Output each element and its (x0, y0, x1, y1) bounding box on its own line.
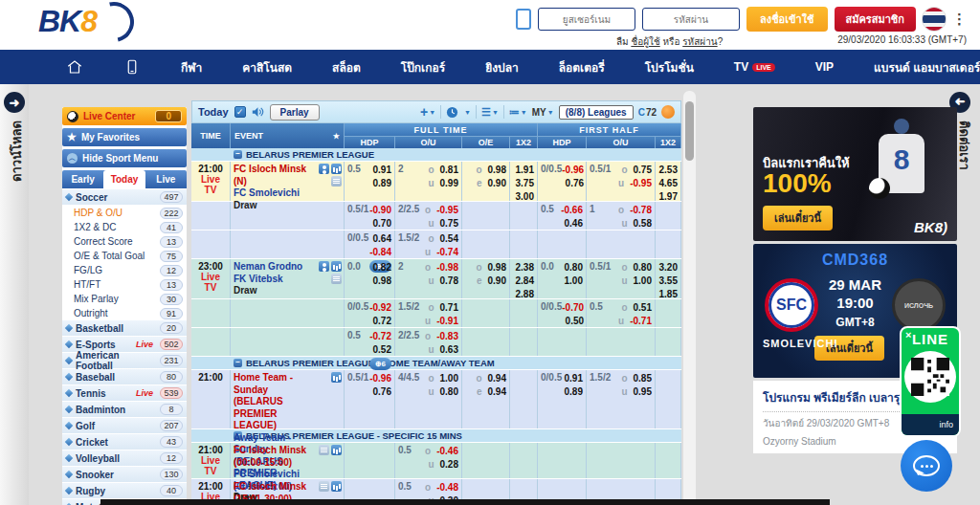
1x2-odds[interactable]: 2.84 (516, 275, 534, 286)
home-odds[interactable]: -0.72 (369, 331, 391, 341)
sidebar-item-baseball[interactable]: Baseball80 (62, 369, 187, 385)
away-odds[interactable]: 0.89 (565, 386, 583, 397)
home-odds[interactable]: 0.82 (373, 262, 391, 273)
1x2-odds[interactable]: 3.00 (516, 191, 534, 202)
1x2-odds[interactable]: 3.55 (659, 275, 678, 286)
1x2-odds[interactable]: 3.20 (659, 262, 678, 273)
bars-icon[interactable] (331, 481, 342, 492)
refresh-counter[interactable]: C72 (638, 107, 657, 118)
forgot-password-link[interactable]: รหัสผ่าน (682, 36, 717, 47)
download-tab[interactable]: ดาวน์โหลด (7, 121, 27, 182)
board-icon[interactable] (319, 481, 329, 492)
clock-icon[interactable] (446, 106, 458, 119)
leagues-button[interactable]: (8/8) Leagues (559, 105, 634, 120)
away-odds[interactable]: 1.00 (565, 275, 583, 286)
over-odds[interactable]: -0.46 (436, 445, 458, 458)
over-odds[interactable]: 0.94 (488, 372, 506, 385)
away-odds[interactable]: 0.50 (566, 316, 584, 326)
away-odds[interactable]: 0.89 (373, 178, 391, 188)
nav-item-คาสิโนสด[interactable]: คาสิโนสด (222, 50, 312, 84)
sidebar-sub-HDP---O-U[interactable]: HDP & O/U222 (62, 206, 187, 220)
sidebar-item-golf[interactable]: Golf207 (62, 418, 187, 434)
parlay-button[interactable]: Parlay (270, 104, 320, 121)
league-header[interactable]: −BELARUS PREMIER LEAGUE (191, 148, 681, 162)
bars-icon[interactable] (331, 164, 342, 174)
home-team[interactable]: FC Isloch Minsk (N) (234, 164, 319, 187)
password-input[interactable] (642, 8, 740, 31)
banner1-play-now-button[interactable]: เล่นเดี๋ยวนี้ (763, 206, 833, 231)
event-cell[interactable] (231, 231, 345, 258)
thai-flag-icon[interactable] (923, 8, 946, 31)
1x2-odds[interactable]: 1.85 (659, 289, 678, 298)
nav-item-กีฬา[interactable]: กีฬา (161, 50, 222, 84)
over-odds[interactable]: 0.98 (488, 164, 506, 177)
under-odds[interactable]: 0.90 (488, 177, 506, 190)
live-center-header[interactable]: Live Center 0 (62, 107, 187, 125)
bk8-logo[interactable]: BK8 (38, 4, 97, 39)
home-team[interactable]: FC Isloch Minsk (00:00-15:00) (234, 445, 319, 469)
collapse-icon[interactable]: − (234, 359, 242, 367)
tab-today[interactable]: Today (103, 170, 145, 188)
away-team[interactable]: FK Vitebsk (234, 274, 319, 286)
home-team[interactable]: Home Team - Sunday (BELARUS PREMIER LEAG… (234, 372, 319, 432)
nav-mobile[interactable] (103, 50, 161, 84)
under-odds[interactable]: -0.91 (436, 315, 458, 328)
sidebar-sub-FG-LG[interactable]: FG/LG12 (62, 263, 187, 277)
under-odds[interactable]: 0.94 (488, 385, 506, 399)
sort-icon[interactable]: ☰▼ (481, 106, 499, 119)
1x2-odds[interactable]: 2.88 (516, 289, 534, 299)
tab-live[interactable]: Live (145, 170, 187, 188)
over-odds[interactable]: -0.83 (436, 330, 458, 343)
odds-format-select[interactable]: MY▼ (532, 107, 554, 118)
under-odds[interactable]: 0.99 (440, 177, 458, 190)
home-odds[interactable]: 0.80 (565, 262, 583, 273)
under-odds[interactable]: 0.95 (634, 385, 652, 399)
contact-tab[interactable]: ติดต่อเรา (954, 121, 974, 170)
event-cell[interactable] (231, 328, 345, 356)
event-cell[interactable]: FC Isloch Minsk (N)FC SmolevichiDraw (231, 162, 345, 201)
over-odds[interactable]: 0.80 (634, 261, 652, 274)
over-odds[interactable]: -0.48 (436, 481, 458, 494)
event-cell[interactable] (231, 202, 345, 230)
board-icon[interactable] (331, 176, 342, 187)
board-icon[interactable] (331, 274, 342, 284)
league-header[interactable]: −BELARUS PREMIER LEAGUE - HOME TEAM/AWAY… (191, 357, 681, 370)
1x2-odds[interactable]: 4.65 (659, 178, 678, 188)
draw-label[interactable]: Draw (234, 285, 319, 297)
collapse-icon[interactable]: − (234, 150, 242, 159)
nav-item-โปรโมชั่น[interactable]: โปรโมชั่น (625, 50, 714, 84)
sidebar-sub-HT-FT[interactable]: HT/FT13 (62, 277, 187, 292)
under-odds[interactable]: 0.90 (488, 274, 506, 288)
over-odds[interactable]: 0.81 (440, 164, 458, 177)
over-odds[interactable]: 0.98 (488, 261, 506, 274)
person-icon[interactable] (319, 261, 329, 272)
over-odds[interactable]: 1.00 (440, 372, 458, 385)
live-chat-button[interactable] (901, 440, 952, 492)
sidebar-item-snooker[interactable]: Snooker130 (62, 467, 187, 483)
over-odds[interactable]: 0.75 (634, 164, 652, 177)
kebab-menu-icon[interactable]: ⋮ (952, 15, 967, 23)
add-view-icon[interactable]: +▼ (420, 104, 435, 120)
nav-item-แบรนด์-แอมบาสเดอร์[interactable]: แบรนด์ แอมบาสเดอร์ (854, 50, 980, 84)
under-odds[interactable]: 0.78 (440, 274, 458, 288)
under-odds[interactable]: -0.71 (630, 315, 652, 328)
sidebar-sub-Mix-Parlay[interactable]: Mix Parlay30 (62, 292, 187, 306)
1x2-odds[interactable]: 1.97 (659, 191, 678, 201)
home-odds[interactable]: -0.70 (562, 302, 584, 313)
under-odds[interactable]: 0.58 (634, 217, 652, 231)
nav-item-VIP[interactable]: VIP (795, 50, 854, 84)
event-cell[interactable]: FC Isloch Minsk (00:00-15:00)FC Smolevic… (231, 443, 345, 478)
nav-item-TV[interactable]: TVLIVE (714, 50, 795, 84)
promo-banner-cashback[interactable]: 8 บิลแรกเราคืนให้ 100% เล่นเดี๋ยวนี้ BK8… (753, 107, 957, 241)
away-odds[interactable]: 0.52 (373, 344, 391, 355)
sidebar-sub-Outright[interactable]: Outright91 (62, 306, 187, 320)
sidebar-item-rugby[interactable]: Rugby40 (62, 483, 187, 499)
bars-icon[interactable] (331, 445, 342, 455)
home-odds[interactable]: 0.91 (565, 373, 583, 384)
away-odds[interactable]: 0.76 (373, 386, 391, 397)
away-odds[interactable]: 0.98 (373, 275, 391, 286)
vertical-scrollbar-thumb[interactable] (685, 101, 694, 161)
home-odds[interactable]: -0.66 (561, 205, 583, 215)
under-odds[interactable]: -0.74 (436, 246, 458, 259)
nav-item-สล็อต[interactable]: สล็อต (312, 50, 381, 84)
